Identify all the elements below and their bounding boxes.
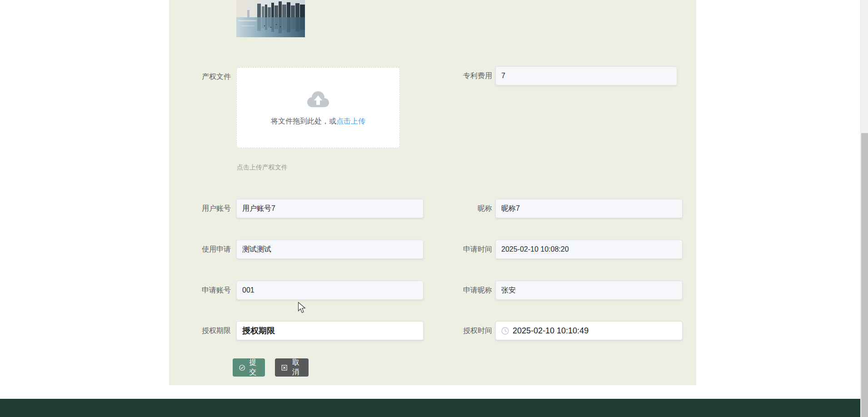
nickname-label: 昵称 xyxy=(429,199,492,218)
user-account-field[interactable] xyxy=(236,199,424,218)
usage-application-label: 使用申请 xyxy=(167,240,231,259)
patent-fee-input[interactable] xyxy=(501,72,671,80)
user-account-label: 用户账号 xyxy=(167,199,231,218)
authorization-time-label: 授权时间 xyxy=(429,321,492,340)
upload-dropzone[interactable]: 将文件拖到此处，或点击上传 xyxy=(236,67,400,148)
apply-time-label: 申请时间 xyxy=(429,240,492,259)
patent-fee-field[interactable] xyxy=(495,66,677,85)
upload-cloud-icon xyxy=(306,89,330,109)
cancel-button[interactable]: 取消 xyxy=(275,358,309,377)
authorization-period-label: 授权期限 xyxy=(167,321,231,340)
apply-account-label: 申请账号 xyxy=(167,281,231,300)
apply-time-field[interactable] xyxy=(495,240,683,259)
apply-account-input[interactable] xyxy=(242,286,418,294)
apply-account-field[interactable] xyxy=(236,281,424,300)
apply-nickname-label: 申请昵称 xyxy=(429,281,492,300)
usage-application-field[interactable] xyxy=(236,240,424,259)
user-account-input[interactable] xyxy=(242,204,418,213)
apply-time-input[interactable] xyxy=(501,245,677,253)
scrollbar[interactable] xyxy=(860,0,868,417)
usage-application-input[interactable] xyxy=(242,245,418,253)
patent-fee-label: 专利费用 xyxy=(429,66,492,85)
drop-text: 将文件拖到此处，或 xyxy=(271,117,336,125)
upload-hint: 点击上传产权文件 xyxy=(237,164,288,172)
nickname-input[interactable] xyxy=(501,204,677,213)
clock-icon xyxy=(501,327,509,335)
property-photo xyxy=(236,0,305,37)
upload-link[interactable]: 点击上传 xyxy=(336,117,365,125)
nickname-field[interactable] xyxy=(495,199,683,218)
cancel-label: 取消 xyxy=(289,358,302,377)
city-skyline-image xyxy=(236,0,305,37)
authorization-period-field[interactable] xyxy=(236,321,424,340)
authorization-period-input[interactable] xyxy=(242,326,418,336)
footer xyxy=(0,399,868,417)
close-square-icon xyxy=(281,364,287,371)
scrollbar-thumb[interactable] xyxy=(861,133,868,417)
apply-nickname-field[interactable] xyxy=(495,281,683,300)
authorization-time-input[interactable] xyxy=(513,326,677,336)
upload-label: 产权文件 xyxy=(167,67,231,86)
page: 产权文件 将文件拖到此处，或点击上传 点击上传产权文件 专利费用 用户账号 xyxy=(0,0,868,417)
submit-button[interactable]: 提交 xyxy=(233,358,265,377)
form-panel: 产权文件 将文件拖到此处，或点击上传 点击上传产权文件 专利费用 用户账号 xyxy=(169,0,696,385)
apply-nickname-input[interactable] xyxy=(501,286,677,294)
check-circle-icon xyxy=(239,364,245,372)
submit-label: 提交 xyxy=(247,358,259,377)
authorization-time-field[interactable] xyxy=(495,321,683,340)
